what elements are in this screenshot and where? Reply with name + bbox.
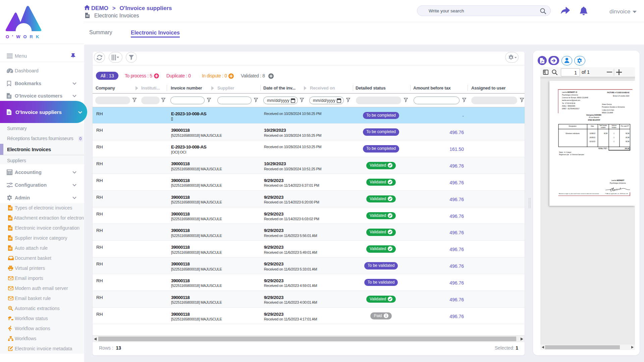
- svg-text:O'WORK: O'WORK: [6, 34, 42, 39]
